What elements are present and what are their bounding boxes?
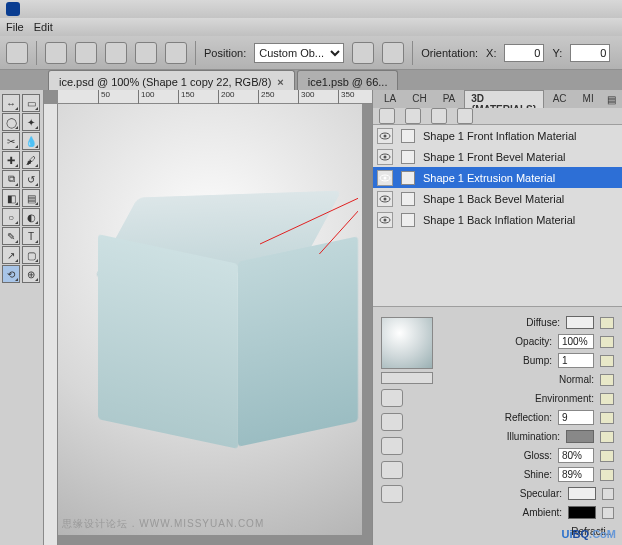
- stamp-tool[interactable]: ⧉: [2, 170, 20, 188]
- doc-tab-active[interactable]: ice.psd @ 100% (Shape 1 copy 22, RGB/8) …: [48, 70, 295, 90]
- close-icon[interactable]: ×: [277, 76, 283, 88]
- subtool-2-icon[interactable]: [381, 413, 403, 431]
- eraser-tool[interactable]: ◧: [2, 189, 20, 207]
- move-tool[interactable]: ↔: [2, 94, 20, 112]
- 3d-mode-icon-2[interactable]: [75, 42, 97, 64]
- gloss-texture-icon[interactable]: [600, 450, 614, 462]
- panel-tab-paths[interactable]: PA: [436, 90, 463, 108]
- type-tool[interactable]: T: [22, 227, 40, 245]
- filter-light-icon[interactable]: [457, 108, 473, 124]
- 3d-mode-icon-4[interactable]: [135, 42, 157, 64]
- ambient-dropdown-icon[interactable]: [602, 507, 614, 519]
- wand-tool[interactable]: ✦: [22, 113, 40, 131]
- opacity-label: Opacity:: [515, 336, 552, 347]
- shine-input[interactable]: [558, 467, 594, 482]
- specular-dropdown-icon[interactable]: [602, 488, 614, 500]
- 3d-mode-icon-1[interactable]: [45, 42, 67, 64]
- panel-tab-actions[interactable]: AC: [546, 90, 574, 108]
- window-titlebar: [0, 0, 622, 18]
- illumination-texture-icon[interactable]: [600, 431, 614, 443]
- filter-scene-icon[interactable]: [379, 108, 395, 124]
- environment-texture-icon[interactable]: [600, 393, 614, 405]
- filter-mesh-icon[interactable]: [405, 108, 421, 124]
- crop-tool[interactable]: ✂: [2, 132, 20, 150]
- illumination-color[interactable]: [566, 430, 594, 443]
- 3d-mode-icon-5[interactable]: [165, 42, 187, 64]
- material-name: Shape 1 Front Inflation Material: [423, 130, 576, 142]
- panel-menu-icon[interactable]: ▤: [603, 90, 621, 108]
- blur-tool[interactable]: ○: [2, 208, 20, 226]
- illumination-label: Illumination:: [507, 431, 560, 442]
- y-input[interactable]: [570, 44, 610, 62]
- material-row[interactable]: Shape 1 Front Bevel Material: [373, 146, 622, 167]
- diffuse-color[interactable]: [566, 316, 594, 329]
- 3d-rotate-tool[interactable]: ⟲: [2, 265, 20, 283]
- subtool-4-icon[interactable]: [381, 461, 403, 479]
- eyedropper-tool[interactable]: 💧: [22, 132, 40, 150]
- ambient-label: Ambient:: [523, 507, 562, 518]
- svg-point-11: [384, 218, 387, 221]
- menu-file[interactable]: File: [6, 21, 24, 33]
- position-select[interactable]: Custom Ob...: [254, 43, 344, 63]
- canvas-area: 50 100 150 200 250 300 350 思缘设计论坛 . WWW.…: [44, 90, 372, 545]
- material-row-selected[interactable]: Shape 1 Extrusion Material: [373, 167, 622, 188]
- path-tool[interactable]: ↗: [2, 246, 20, 264]
- material-preset-dropdown[interactable]: [381, 372, 433, 384]
- lasso-tool[interactable]: ◯: [2, 113, 20, 131]
- doc-tab-inactive[interactable]: ice1.psb @ 66...: [297, 70, 399, 90]
- panel-tab-mini[interactable]: MI: [576, 90, 601, 108]
- shine-texture-icon[interactable]: [600, 469, 614, 481]
- material-row[interactable]: Shape 1 Back Bevel Material: [373, 188, 622, 209]
- visibility-toggle[interactable]: [377, 212, 393, 228]
- dodge-tool[interactable]: ◐: [22, 208, 40, 226]
- 3d-camera-tool[interactable]: ⊕: [22, 265, 40, 283]
- panel-tab-channels[interactable]: CH: [405, 90, 433, 108]
- menu-edit[interactable]: Edit: [34, 21, 53, 33]
- delete-preset-icon[interactable]: [382, 42, 404, 64]
- 3d-object-icon[interactable]: [6, 42, 28, 64]
- document-canvas[interactable]: 思缘设计论坛 . WWW.MISSYUAN.COM: [58, 104, 362, 535]
- reflection-texture-icon[interactable]: [600, 412, 614, 424]
- material-list: Shape 1 Front Inflation Material Shape 1…: [373, 125, 622, 307]
- visibility-toggle[interactable]: [377, 149, 393, 165]
- filter-material-icon[interactable]: [431, 108, 447, 124]
- tool-palette: ↔▭ ◯✦ ✂💧 ✚🖌 ⧉↺ ◧▤ ○◐ ✎T ↗▢ ⟲⊕: [0, 90, 44, 545]
- shape-tool[interactable]: ▢: [22, 246, 40, 264]
- gradient-tool[interactable]: ▤: [22, 189, 40, 207]
- material-row[interactable]: Shape 1 Back Inflation Material: [373, 209, 622, 230]
- history-brush-tool[interactable]: ↺: [22, 170, 40, 188]
- orientation-label: Orientation:: [421, 47, 478, 59]
- subtool-5-icon[interactable]: [381, 485, 403, 503]
- bump-texture-icon[interactable]: [600, 355, 614, 367]
- x-input[interactable]: [504, 44, 544, 62]
- normal-texture-icon[interactable]: [600, 374, 614, 386]
- visibility-toggle[interactable]: [377, 191, 393, 207]
- ambient-color[interactable]: [568, 506, 596, 519]
- 3d-mode-icon-3[interactable]: [105, 42, 127, 64]
- opacity-input[interactable]: [558, 334, 594, 349]
- subtool-3-icon[interactable]: [381, 437, 403, 455]
- pen-tool[interactable]: ✎: [2, 227, 20, 245]
- panel-tab-3d-materials[interactable]: 3D {MATERIALS}: [464, 90, 543, 108]
- bump-input[interactable]: [558, 353, 594, 368]
- opacity-texture-icon[interactable]: [600, 336, 614, 348]
- gloss-input[interactable]: [558, 448, 594, 463]
- diffuse-texture-icon[interactable]: [600, 317, 614, 329]
- reflection-input[interactable]: [558, 410, 594, 425]
- material-row[interactable]: Shape 1 Front Inflation Material: [373, 125, 622, 146]
- menubar: File Edit: [0, 18, 622, 36]
- doc-tab-label: ice1.psb @ 66...: [308, 76, 388, 88]
- specular-color[interactable]: [568, 487, 596, 500]
- brush-tool[interactable]: 🖌: [22, 151, 40, 169]
- heal-tool[interactable]: ✚: [2, 151, 20, 169]
- svg-point-7: [384, 176, 387, 179]
- panel-tab-layers[interactable]: LA: [377, 90, 403, 108]
- visibility-toggle[interactable]: [377, 128, 393, 144]
- brand-watermark: UiBQ.CoM: [562, 524, 616, 541]
- subtool-1-icon[interactable]: [381, 389, 403, 407]
- marquee-tool[interactable]: ▭: [22, 94, 40, 112]
- material-preview-sphere[interactable]: [381, 317, 433, 369]
- visibility-toggle[interactable]: [377, 170, 393, 186]
- save-preset-icon[interactable]: [352, 42, 374, 64]
- reflection-label: Reflection:: [505, 412, 552, 423]
